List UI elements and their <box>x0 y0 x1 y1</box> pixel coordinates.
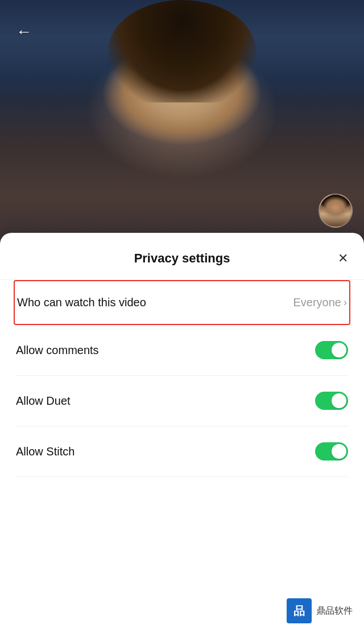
hair-overlay <box>108 0 256 102</box>
sheet-title: Privacy settings <box>134 251 230 266</box>
allow-comments-label: Allow comments <box>16 344 99 357</box>
allow-duet-row: Allow Duet <box>16 376 348 426</box>
sheet-header: Privacy settings ✕ <box>0 233 364 280</box>
allow-comments-row: Allow comments <box>16 325 348 376</box>
allow-comments-toggle[interactable] <box>315 341 348 359</box>
who-can-watch-value: Everyone › <box>293 296 348 309</box>
allow-duet-label: Allow Duet <box>16 394 71 408</box>
settings-list: Who can watch this video Everyone › Allo… <box>0 280 364 477</box>
avatar-image <box>320 195 351 227</box>
watermark-text: 鼎品软件 <box>316 605 353 617</box>
video-preview: ← <box>0 0 364 245</box>
privacy-settings-sheet: Privacy settings ✕ Who can watch this vi… <box>0 233 364 637</box>
close-button[interactable]: ✕ <box>338 252 348 265</box>
who-can-watch-label: Who can watch this video <box>17 296 146 309</box>
chevron-icon: › <box>344 297 347 309</box>
allow-stitch-toggle[interactable] <box>315 442 348 461</box>
who-can-watch-row[interactable]: Who can watch this video Everyone › <box>14 280 350 325</box>
who-can-watch-option: Everyone <box>293 296 342 309</box>
avatar <box>318 194 353 228</box>
allow-duet-toggle[interactable] <box>315 392 348 410</box>
back-button[interactable]: ← <box>16 23 32 41</box>
watermark: 品 鼎品软件 <box>287 598 353 623</box>
allow-stitch-row: Allow Stitch <box>16 426 348 477</box>
watermark-logo: 品 <box>287 598 312 623</box>
allow-stitch-label: Allow Stitch <box>16 445 75 458</box>
